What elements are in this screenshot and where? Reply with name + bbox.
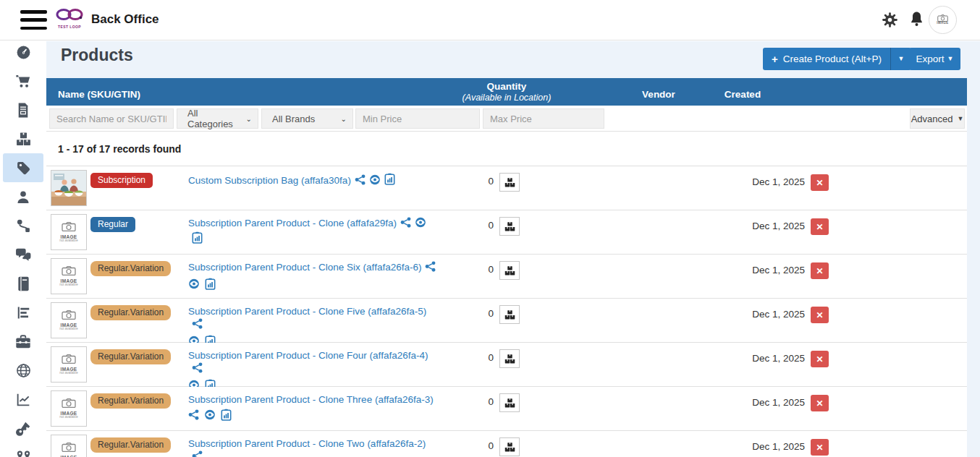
sidebar-item-routes[interactable] — [3, 211, 43, 240]
bar-list-icon — [16, 305, 31, 320]
product-name-link[interactable]: Subscription Parent Product - Clone Six … — [188, 262, 421, 273]
delete-product-button[interactable]: ✕ — [811, 351, 829, 367]
delete-product-button[interactable]: ✕ — [811, 395, 829, 411]
advanced-filters-button[interactable]: Advanced ▼ — [910, 108, 965, 129]
sidebar-item-inventory[interactable] — [3, 124, 43, 153]
x-icon: ✕ — [816, 178, 823, 188]
table-row: IMAGEnot availableRegular.VariationSubsc… — [46, 343, 967, 387]
sidebar-item-customers[interactable] — [3, 182, 43, 211]
table-row: SubscriptionCustom Subscription Bag (aff… — [46, 166, 967, 210]
chart-icon[interactable] — [221, 409, 232, 424]
settings-button[interactable] — [882, 12, 898, 31]
min-price-input[interactable] — [355, 108, 480, 129]
inventory-locations-button[interactable] — [499, 261, 520, 280]
user-avatar[interactable]: IMAGE — [929, 6, 957, 34]
camera-icon — [62, 221, 76, 234]
sidebar-item-catalog[interactable] — [3, 269, 43, 298]
no-image-sub-label: not available — [59, 283, 77, 287]
sidebar-item-messages[interactable] — [3, 240, 43, 269]
delete-product-button[interactable]: ✕ — [811, 439, 829, 456]
share-icon[interactable] — [355, 174, 366, 189]
no-image-sub-label: not available — [59, 372, 77, 375]
share-icon[interactable] — [192, 318, 203, 333]
table-row: IMAGEnot availableRegular.VariationSubsc… — [46, 431, 967, 457]
delete-product-button[interactable]: ✕ — [811, 307, 829, 323]
inventory-locations-button[interactable] — [499, 393, 520, 412]
sidebar-item-locations[interactable] — [3, 443, 43, 457]
sidebar-item-invoices[interactable] — [3, 95, 43, 124]
plus-icon: + — [772, 53, 778, 65]
created-date: Dec 1, 2025 — [696, 309, 805, 320]
tag-icon — [16, 161, 31, 176]
product-name-link[interactable]: Subscription Parent Product - Clone Five… — [188, 306, 426, 317]
product-name-link[interactable]: Subscription Parent Product - Clone Thre… — [188, 394, 434, 405]
sidebar-item-analytics[interactable] — [3, 385, 43, 414]
product-action-icons — [188, 278, 438, 294]
sidebar-item-cart[interactable] — [3, 67, 43, 95]
sidebar-item-security[interactable] — [3, 414, 43, 443]
filter-row: All Categories ⌄ All Brands ⌄ Advanced ▼ — [46, 106, 967, 132]
brands-select[interactable]: All Brands ⌄ — [261, 108, 353, 129]
inventory-locations-button[interactable] — [499, 305, 520, 324]
inventory-locations-button[interactable] — [499, 217, 520, 236]
key-icon — [16, 421, 31, 436]
share-icon[interactable] — [425, 261, 436, 276]
camera-icon — [62, 265, 76, 278]
delete-product-button[interactable]: ✕ — [811, 218, 829, 235]
sidebar-item-reports[interactable] — [3, 298, 43, 327]
sidebar-item-business[interactable] — [3, 327, 43, 356]
categories-select[interactable]: All Categories ⌄ — [177, 108, 258, 129]
quantity-value: 0 — [465, 308, 494, 319]
sidebar-item-web[interactable] — [3, 356, 43, 385]
line-chart-icon — [16, 392, 31, 407]
sidebar-item-products[interactable] — [3, 153, 43, 182]
inventory-locations-button[interactable] — [499, 173, 520, 192]
product-name-link[interactable]: Custom Subscription Bag (affafa30fa) — [188, 175, 351, 186]
chart-icon[interactable] — [384, 173, 395, 189]
share-icon[interactable] — [192, 362, 203, 377]
create-product-dropdown-button[interactable]: ▼ — [890, 48, 911, 70]
eye-icon[interactable] — [369, 174, 381, 189]
product-name-link[interactable]: Subscription Parent Product - Clone Two … — [188, 438, 426, 449]
export-button[interactable]: Export ▼ — [909, 48, 960, 70]
inventory-locations-button[interactable] — [499, 437, 520, 456]
no-image-sub-label: not available — [59, 328, 77, 331]
inventory-locations-button[interactable] — [499, 349, 520, 368]
camera-icon — [62, 354, 76, 367]
chart-icon[interactable] — [192, 231, 203, 247]
product-name-link[interactable]: Subscription Parent Product - Clone Four… — [188, 350, 428, 361]
product-name-link[interactable]: Subscription Parent Product - Clone (aff… — [188, 218, 397, 228]
share-icon[interactable] — [400, 217, 411, 231]
share-icon[interactable] — [192, 450, 203, 457]
sidebar-item-dashboard[interactable] — [3, 38, 43, 67]
search-input[interactable] — [49, 108, 174, 129]
max-price-input[interactable] — [483, 108, 604, 129]
hamburger-menu-icon[interactable] — [20, 10, 47, 30]
notifications-button[interactable] — [909, 11, 924, 30]
chart-icon[interactable] — [205, 278, 216, 294]
avatar-placeholder-label: IMAGE — [937, 22, 948, 25]
boxes-icon — [504, 398, 515, 409]
quantity-value: 0 — [465, 440, 494, 451]
camera-icon — [62, 309, 76, 323]
product-type-badge: Regular.Variation — [90, 437, 171, 453]
created-date: Dec 1, 2025 — [696, 265, 805, 276]
camera-icon — [62, 398, 76, 411]
delete-product-button[interactable]: ✕ — [811, 174, 829, 191]
delete-product-button[interactable]: ✕ — [811, 262, 829, 279]
globe-icon — [16, 363, 31, 378]
created-date: Dec 1, 2025 — [696, 353, 805, 364]
eye-icon[interactable] — [415, 217, 426, 231]
product-name-cell: Subscription Parent Product - Clone Six … — [188, 261, 438, 294]
product-name-cell: Subscription Parent Product - Clone Thre… — [188, 393, 438, 424]
share-icon[interactable] — [188, 409, 199, 424]
company-logo: TEST LOOP — [52, 7, 87, 29]
no-image-thumbnail: IMAGEnot available — [51, 346, 87, 383]
create-product-button[interactable]: + Create Product (Alt+P) — [763, 48, 890, 70]
eye-icon[interactable] — [204, 409, 216, 424]
table-row: IMAGEnot availableRegular.VariationSubsc… — [46, 255, 967, 299]
records-summary: 1 - 17 of 17 records found — [46, 132, 967, 166]
boxes-icon — [16, 132, 31, 147]
infinity-logo-icon — [53, 7, 86, 24]
eye-icon[interactable] — [188, 278, 200, 293]
